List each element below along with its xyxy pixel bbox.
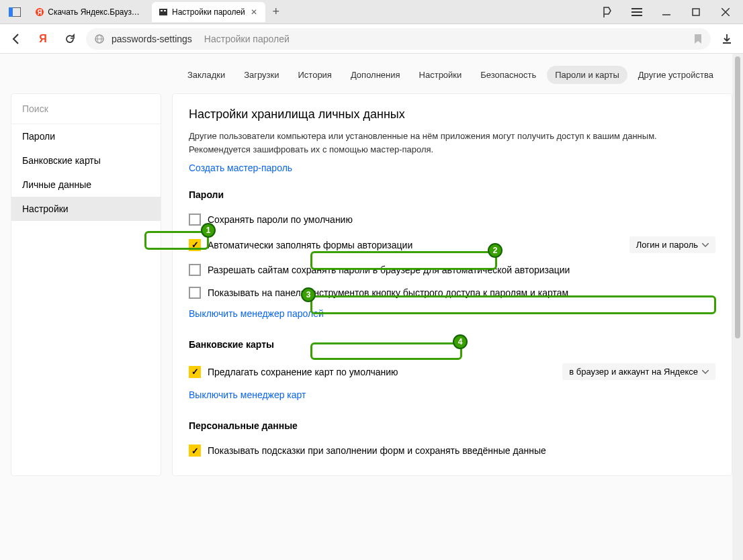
settings-tab-icon (159, 7, 168, 17)
topnav-passwords-cards[interactable]: Пароли и карты (547, 66, 627, 84)
svg-rect-4 (159, 9, 167, 15)
site-icon (94, 34, 105, 44)
topnav-downloads[interactable]: Загрузки (236, 66, 287, 84)
reload-button[interactable] (59, 28, 81, 50)
option-label: Показывать подсказки при заполнении форм… (208, 445, 546, 456)
main-area: Закладки Загрузки История Дополнения Нас… (0, 54, 732, 560)
content: Закладки Загрузки История Дополнения Нас… (0, 54, 743, 560)
panel-desc: Другие пользователи компьютера или устан… (189, 130, 715, 156)
home-button[interactable]: Я (32, 28, 54, 50)
option-show-toolbar[interactable]: Показывать на панели инструментов кнопку… (189, 281, 715, 304)
option-label: Автоматически заполнять формы авторизаци… (208, 240, 412, 250)
checkbox-show-hints[interactable] (189, 445, 201, 457)
checkbox-allow-sites[interactable] (189, 264, 201, 276)
scrollbar[interactable] (732, 54, 743, 560)
scrollbar-thumb[interactable] (735, 56, 740, 338)
bookmark-page-icon[interactable] (593, 2, 622, 22)
svg-rect-1 (9, 7, 13, 17)
section-passwords: Пароли (189, 189, 715, 200)
option-label: Разрешать сайтам сохранять пароли в брау… (208, 265, 570, 275)
close-window-button[interactable] (711, 2, 740, 22)
option-show-hints[interactable]: Показывать подсказки при заполнении форм… (189, 439, 715, 462)
minimize-button[interactable] (652, 2, 681, 22)
option-label: Показывать на панели инструментов кнопку… (208, 287, 568, 298)
downloads-button[interactable] (716, 28, 738, 50)
topnav-history[interactable]: История (290, 66, 340, 84)
topnav-settings[interactable]: Настройки (411, 66, 470, 84)
top-nav: Закладки Загрузки История Дополнения Нас… (0, 54, 732, 93)
dropdown-value: в браузер и аккаунт на Яндексе (569, 367, 698, 377)
yandex-icon: Я (35, 7, 44, 17)
svg-rect-6 (164, 10, 166, 11)
option-allow-sites[interactable]: Разрешать сайтам сохранять пароли в брау… (189, 259, 715, 281)
option-autofill[interactable]: Автоматически заполнять формы авторизаци… (189, 231, 715, 259)
svg-rect-11 (693, 9, 699, 15)
svg-rect-5 (161, 10, 163, 11)
section-cards: Банковские карты (189, 339, 715, 350)
tab-title: Скачать Яндекс.Браузер д (48, 7, 142, 17)
option-offer-save-cards[interactable]: Предлагать сохранение карт по умолчанию … (189, 358, 715, 385)
chevron-down-icon (702, 370, 709, 374)
svg-text:Я: Я (37, 9, 42, 16)
address-bar: Я passwords-settings Настройки паролей (0, 24, 743, 54)
svg-text:Я: Я (39, 33, 47, 44)
topnav-addons[interactable]: Дополнения (343, 66, 408, 84)
checkbox-save-default[interactable] (189, 214, 201, 226)
settings-panel: Настройки хранилища личных данных Другие… (172, 93, 732, 476)
checkbox-offer-cards[interactable] (189, 366, 201, 378)
panel-toggle-icon[interactable] (7, 4, 23, 20)
sidebar-item-cards[interactable]: Банковские карты (11, 148, 161, 173)
disable-password-manager-link[interactable]: Выключить менеджер паролей (189, 308, 324, 319)
sidebar-item-settings[interactable]: Настройки (11, 197, 161, 221)
checkbox-show-toolbar[interactable] (189, 287, 201, 299)
back-button[interactable] (5, 28, 27, 50)
close-icon[interactable]: ✕ (249, 7, 259, 17)
create-master-password-link[interactable]: Создать мастер-пароль (189, 162, 292, 173)
panel-heading: Настройки хранилища личных данных (189, 107, 715, 122)
omnibox[interactable]: passwords-settings Настройки паролей (86, 28, 711, 50)
dropdown-autofill-mode[interactable]: Логин и пароль (629, 236, 715, 253)
bookmark-icon[interactable] (693, 34, 703, 44)
titlebar: Я Скачать Яндекс.Браузер д Настройки пар… (0, 0, 743, 24)
disable-card-manager-link[interactable]: Выключить менеджер карт (189, 389, 306, 400)
option-save-default[interactable]: Сохранять пароли по умолчанию (189, 208, 715, 231)
checkbox-autofill[interactable] (189, 239, 201, 251)
sidebar-item-personal[interactable]: Личные данные (11, 173, 161, 197)
maximize-button[interactable] (681, 2, 711, 22)
chevron-down-icon (702, 243, 709, 247)
sidebar-item-passwords[interactable]: Пароли (11, 124, 161, 148)
dropdown-cards-dest[interactable]: в браузер и аккаунт на Яндексе (562, 363, 715, 380)
sidebar-item-label: Настройки (22, 203, 69, 214)
section-personal: Персональные данные (189, 420, 715, 431)
url-title: Настройки паролей (204, 34, 290, 44)
topnav-bookmarks[interactable]: Закладки (179, 66, 233, 84)
topnav-security[interactable]: Безопасность (472, 66, 544, 84)
tab-password-settings[interactable]: Настройки паролей ✕ (152, 2, 265, 22)
option-label: Предлагать сохранение карт по умолчанию (208, 367, 398, 377)
option-label: Сохранять пароли по умолчанию (208, 214, 353, 225)
menu-icon[interactable] (622, 2, 652, 22)
search-input[interactable]: Поиск (11, 94, 161, 124)
sidebar: Поиск Пароли Банковские карты Личные дан… (11, 93, 161, 476)
topnav-other-devices[interactable]: Другие устройства (630, 66, 722, 84)
dropdown-value: Логин и пароль (636, 240, 698, 250)
tab-yandex-download[interactable]: Я Скачать Яндекс.Браузер д (28, 2, 149, 22)
tab-title: Настройки паролей (172, 7, 245, 17)
url-path: passwords-settings (112, 34, 192, 44)
new-tab-button[interactable]: + (267, 3, 286, 21)
